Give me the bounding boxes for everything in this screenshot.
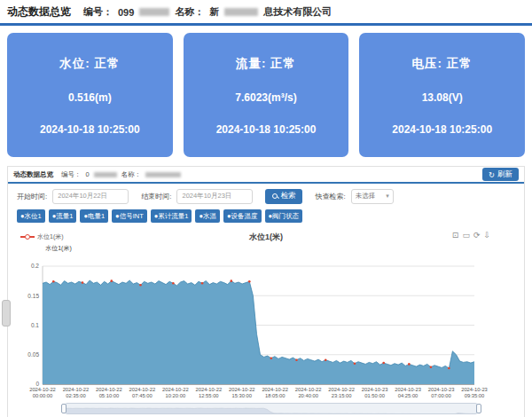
toolbox-save-image-icon[interactable]: ⇩ [483, 231, 490, 240]
redacted-text [94, 172, 117, 177]
toolbox-restore-icon[interactable]: ⟳ [473, 231, 481, 240]
panel-number-label: 编号： [61, 170, 82, 179]
card-timestamp: 2024-10-18 10:25:00 [189, 123, 344, 136]
y-tick-label: 0.05 [27, 351, 39, 358]
x-tick-label: 2024-10-2218:05:00 [262, 387, 288, 398]
x-tick-label: 2024-10-2212:55:00 [195, 387, 222, 398]
card-timestamp: 2024-10-18 10:25:00 [364, 123, 520, 136]
refresh-button[interactable]: ↻ 刷新 [482, 168, 519, 181]
voltage-card: 电压: 正常 13.08(V) 2024-10-18 10:25:00 [359, 33, 525, 157]
x-tick-label: 2024-10-2210:20:00 [162, 387, 189, 398]
series-button-device-temp[interactable]: ●设备温度 [223, 209, 262, 223]
water-level-card: 水位: 正常 0.516(m) 2024-10-18 10:25:00 [7, 33, 173, 157]
app-header: 动态数据总览 编号：099 名称：新息技术有限公司 [0, 0, 532, 26]
chevron-down-icon: ▾ [386, 193, 389, 200]
datazoom-track[interactable] [65, 403, 478, 414]
datazoom-minimap [66, 406, 478, 414]
x-tick-label: 2024-10-2220:40:00 [295, 387, 322, 398]
card-title: 电压: 正常 [364, 56, 520, 72]
station-name-value: 新 [209, 5, 219, 19]
chart-toolbox: ⊡ ▭ ⟳ ⇩ [452, 231, 490, 240]
station-number-value: 099 [118, 7, 134, 18]
status-cards: 水位: 正常 0.516(m) 2024-10-18 10:25:00 流量: … [7, 33, 525, 157]
x-tick-label: 2024-10-2309:35:00 [461, 387, 488, 398]
data-point-marker [231, 279, 233, 282]
data-point-marker [295, 358, 298, 361]
page-title: 动态数据总览 [7, 4, 71, 20]
panel-header: 动态数据总览 编号：0 名称： ↻ 刷新 [8, 167, 524, 184]
refresh-label: 刷新 [497, 169, 512, 180]
data-point-marker [110, 279, 113, 282]
quick-search-select[interactable]: 未选择 ▾ [351, 189, 394, 204]
redacted-text [224, 8, 258, 16]
filter-row: 开始时间: 2024年10月22日 结束时间: 2024年10月23日 检索 快… [8, 184, 524, 208]
end-time-input[interactable]: 2024年10月23日 [176, 189, 253, 204]
series-button-row: ●水位1 ●流量1 ●电量1 ●信号INT ●累计流量1 ●水温 ●设备温度 ●… [8, 208, 524, 227]
search-icon [272, 193, 278, 199]
chart-area: 水位1(米) 水位1(米) ⊡ ▭ ⟳ ⇩ 00.050.10.150.2水位1… [8, 227, 524, 403]
data-point-marker [408, 363, 411, 366]
data-point-marker [52, 280, 55, 283]
x-tick-label: 2024-10-2215:30:00 [229, 387, 255, 398]
search-button[interactable]: 检索 [265, 189, 302, 204]
data-point-marker [82, 281, 84, 284]
chart-canvas[interactable]: 00.050.10.150.2水位1(米)2024-10-2200:00:002… [8, 241, 524, 403]
end-time-label: 结束时间: [141, 192, 171, 201]
data-point-marker [325, 358, 327, 361]
card-value: 13.08(V) [364, 91, 520, 104]
station-number-label: 编号： [83, 5, 113, 19]
drawer-handle[interactable] [2, 300, 11, 327]
data-point-marker [172, 282, 175, 285]
flow-card: 流量: 正常 7.6023(m³/s) 2024-10-18 10:25:00 [184, 33, 349, 157]
x-tick-label: 2024-10-2307:00:00 [428, 387, 455, 398]
y-tick-label: 0.1 [31, 322, 39, 328]
card-value: 0.516(m) [12, 91, 168, 104]
data-point-marker [382, 362, 385, 365]
station-name-label: 名称： [175, 5, 204, 19]
toolbox-dataview-icon[interactable]: ▭ [462, 231, 470, 240]
series-button-flow[interactable]: ●流量1 [49, 209, 77, 223]
x-tick-label: 2024-10-2200:00:00 [29, 387, 56, 398]
x-tick-label: 2024-10-2301:50:00 [362, 387, 388, 398]
data-point-marker [248, 280, 251, 283]
quick-search-label: 快查检索: [315, 192, 345, 201]
card-timestamp: 2024-10-18 10:25:00 [12, 123, 168, 136]
card-title: 水位: 正常 [12, 56, 168, 72]
series-button-water-level[interactable]: ●水位1 [17, 209, 45, 223]
toolbox-datazoom-icon[interactable]: ⊡ [452, 231, 459, 240]
minimap-area [66, 408, 478, 414]
quick-search-value: 未选择 [356, 192, 376, 201]
data-panel: 动态数据总览 编号：0 名称： ↻ 刷新 开始时间: 2024年10月22日 结… [7, 166, 525, 417]
search-label: 检索 [280, 191, 295, 201]
datazoom-left-handle[interactable] [61, 404, 66, 413]
series-button-total-flow[interactable]: ●累计流量1 [151, 209, 192, 223]
data-point-marker [430, 366, 433, 368]
redacted-text [139, 8, 169, 16]
end-time-value: 2024年10月23日 [182, 192, 231, 201]
series-button-water-temp[interactable]: ●水温 [195, 209, 220, 223]
data-point-marker [139, 284, 142, 287]
data-point-marker [270, 357, 273, 359]
data-point-marker [448, 367, 450, 370]
card-value: 7.6023(m³/s) [189, 91, 344, 104]
start-time-value: 2024年10月22日 [58, 192, 107, 201]
start-time-input[interactable]: 2024年10月22日 [52, 189, 129, 204]
start-time-label: 开始时间: [17, 192, 47, 201]
y-tick-label: 0.2 [31, 263, 39, 269]
x-tick-label: 2024-10-2205:10:00 [96, 387, 122, 398]
x-tick-label: 2024-10-2207:45:00 [129, 387, 156, 398]
panel-name-label: 名称： [121, 170, 142, 179]
refresh-icon: ↻ [489, 170, 495, 179]
data-point-marker [201, 282, 204, 285]
panel-number-value: 0 [86, 170, 90, 178]
series-button-signal[interactable]: ●信号INT [112, 209, 147, 223]
datazoom-slider[interactable] [59, 403, 483, 415]
datazoom-right-handle[interactable] [476, 404, 481, 413]
station-name-suffix: 息技术有限公司 [263, 5, 332, 19]
series-button-battery[interactable]: ●电量1 [80, 209, 108, 223]
panel-title: 动态数据总览 [13, 170, 53, 179]
series-button-valve-status[interactable]: ●阀门状态 [265, 209, 303, 223]
x-tick-label: 2024-10-2202:35:00 [63, 387, 90, 398]
card-title: 流量: 正常 [189, 56, 344, 72]
redacted-text [145, 172, 181, 177]
